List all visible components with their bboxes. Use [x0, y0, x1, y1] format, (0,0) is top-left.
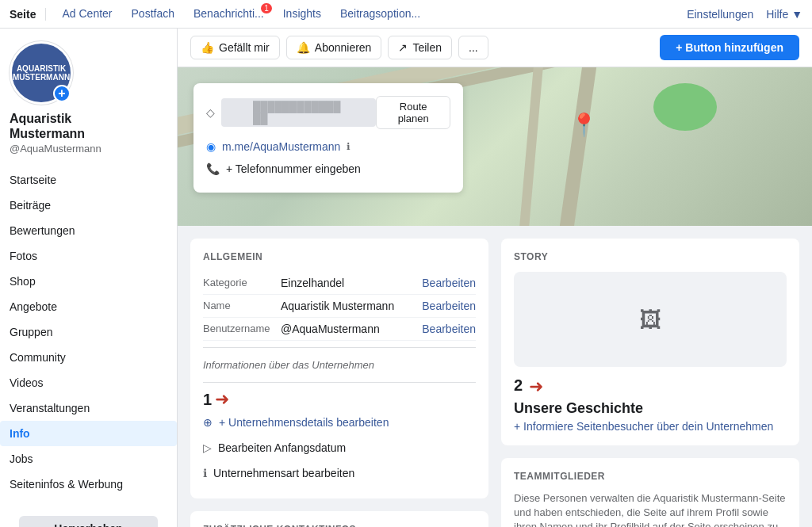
nav-insights[interactable]: Insights: [274, 0, 331, 29]
step2-badge: 2: [514, 376, 523, 395]
main-content: 👍 Gefällt mir 🔔 Abonnieren ↗ Teilen ... …: [178, 29, 812, 527]
add-photo-button[interactable]: +: [53, 85, 71, 102]
subscribe-icon: 🔔: [297, 41, 310, 54]
allgemein-title: ALLGEMEIN: [203, 251, 476, 262]
route-planen-button[interactable]: Route planen: [376, 96, 450, 129]
messenger-icon: ◉: [206, 140, 216, 153]
map-green-area: [653, 83, 717, 131]
sidebar-item-veranstaltungen[interactable]: Veranstaltungen: [0, 395, 177, 421]
seite-brand[interactable]: Seite: [10, 8, 46, 21]
nav-hilfe[interactable]: Hilfe ▼: [766, 8, 802, 21]
kategorie-value: Einzelhandel: [281, 277, 416, 289]
name-row: Name Aquaristik Mustermann Bearbeiten: [203, 295, 476, 318]
arrow1-icon: ➜: [215, 389, 229, 410]
hervorheben-button[interactable]: Hervorheben: [19, 516, 158, 527]
nav-einstellungen[interactable]: Einstellungen: [687, 8, 753, 21]
nav-ad-center[interactable]: Ad Center: [52, 0, 121, 29]
avatar: AQUARISTIK MUSTERMANN +: [10, 41, 73, 105]
allgemein-section: ALLGEMEIN Kategorie Einzelhandel Bearbei…: [190, 239, 488, 498]
story-section: STORY 🖼 2 ➜ Unsere Geschichte + Informie…: [501, 239, 799, 445]
sidebar-item-community[interactable]: Community: [0, 345, 177, 370]
sidebar-item-angebote[interactable]: Angebote: [0, 294, 177, 319]
name-edit[interactable]: Bearbeiten: [422, 300, 476, 312]
team-description: Diese Personen verwalten die Aquaristik …: [514, 491, 787, 527]
share-icon: ↗: [398, 41, 408, 54]
share-button[interactable]: ↗ Teilen: [388, 36, 452, 59]
unsere-geschichte-title: Unsere Geschichte: [514, 400, 787, 417]
location-icon: ◇: [206, 106, 215, 119]
unternehmensart-action[interactable]: ℹ Unternehmensart bearbeiten: [203, 460, 476, 486]
sidebar-item-shop[interactable]: Shop: [0, 269, 177, 294]
page-name: Aquaristik Mustermann: [10, 111, 167, 141]
sidebar: AQUARISTIK MUSTERMANN + Aquaristik Muste…: [0, 29, 178, 527]
kategorie-edit[interactable]: Bearbeiten: [422, 277, 476, 289]
step1-annotation: 1 ➜: [203, 389, 476, 410]
unternehmensdetails-label: + Unternehmensdetails bearbeiten: [219, 416, 389, 429]
sidebar-item-videos[interactable]: Videos: [0, 370, 177, 395]
step2-annotation: 2 ➜: [514, 376, 787, 397]
phone-link[interactable]: + Telefonnummer eingeben: [226, 162, 361, 175]
kategorie-row: Kategorie Einzelhandel Bearbeiten: [203, 272, 476, 295]
benutzername-value: @AquaMustermann: [281, 323, 416, 335]
info-circle-icon: ℹ: [203, 467, 207, 479]
map-road-vertical2: [506, 67, 557, 226]
benutzername-edit[interactable]: Bearbeiten: [422, 323, 476, 335]
main-layout: AQUARISTIK MUSTERMANN + Aquaristik Muste…: [0, 29, 812, 527]
sidebar-actions: Hervorheben Promotions verwalten: [0, 503, 177, 527]
top-navigation: Seite Ad Center Postfach Benachrichti...…: [0, 0, 812, 29]
sidebar-item-jobs[interactable]: Jobs: [0, 446, 177, 472]
anfangsdatum-action[interactable]: ▷ Bearbeiten Anfangsdatum: [203, 435, 476, 460]
avatar-text: AQUARISTIK MUSTERMANN: [12, 64, 71, 82]
map-pin: 📍: [570, 112, 598, 138]
name-value: Aquaristik Mustermann: [281, 300, 416, 312]
name-label: Name: [203, 300, 274, 311]
more-button[interactable]: ...: [458, 36, 488, 59]
page-username: @AquaMustermann: [10, 143, 167, 155]
phone-row: 📞 + Telefonnummer eingeben: [206, 158, 450, 180]
anfangsdatum-label: Bearbeiten Anfangsdatum: [218, 441, 346, 454]
section-divider2: [203, 382, 476, 383]
sidebar-item-gruppen[interactable]: Gruppen: [0, 319, 177, 345]
nav-postfach[interactable]: Postfach: [122, 0, 184, 29]
image-add-icon: 🖼: [639, 307, 661, 333]
unternehmensart-label: Unternehmensart bearbeiten: [213, 467, 354, 479]
map-road-vertical: [538, 67, 618, 226]
sidebar-item-bewertungen[interactable]: Bewertungen: [0, 218, 177, 243]
info-content-grid: ALLGEMEIN Kategorie Einzelhandel Bearbei…: [178, 226, 812, 527]
sidebar-item-fotos[interactable]: Fotos: [0, 243, 177, 269]
subscribe-button[interactable]: 🔔 Abonnieren: [286, 36, 382, 59]
like-icon: 👍: [201, 41, 214, 54]
calendar-icon: ▷: [203, 441, 212, 454]
benutzername-label: Benutzername: [203, 323, 274, 334]
sidebar-item-startseite[interactable]: Startseite: [0, 167, 177, 193]
kontakt-section: ZUSÄTZLICHE KONTAKTINFOS ✉ + E-Mail-Adre…: [190, 511, 488, 527]
left-column: ALLGEMEIN Kategorie Einzelhandel Bearbei…: [190, 239, 488, 527]
sidebar-profile: AQUARISTIK MUSTERMANN + Aquaristik Muste…: [0, 29, 177, 161]
address-redacted: ████████████ ██: [221, 98, 376, 127]
sidebar-item-info[interactable]: Info: [0, 421, 177, 446]
unternehmensdetails-action[interactable]: ⊕ + Unternehmensdetails bearbeiten: [203, 410, 476, 435]
kontakt-title: ZUSÄTZLICHE KONTAKTINFOS: [203, 524, 476, 527]
nav-benachrichtigungen[interactable]: Benachrichti... 1: [184, 0, 274, 29]
like-button[interactable]: 👍 Gefällt mir: [190, 36, 280, 59]
sidebar-navigation: Startseite Beiträge Bewertungen Fotos Sh…: [0, 161, 177, 503]
story-title: STORY: [514, 251, 787, 262]
benutzername-row: Benutzername @AquaMustermann Bearbeiten: [203, 318, 476, 341]
notification-badge: 1: [261, 3, 272, 13]
section-divider: [203, 347, 476, 348]
phone-icon: 📞: [206, 162, 220, 175]
messenger-link[interactable]: m.me/AquaMustermann: [222, 140, 340, 153]
sidebar-item-beitraege[interactable]: Beiträge: [0, 193, 177, 218]
informiere-link[interactable]: + Informiere Seitenbesucher über dein Un…: [514, 420, 787, 433]
nav-beitragsoption[interactable]: Beitragsoption...: [331, 0, 430, 29]
step1-badge: 1: [203, 391, 212, 409]
plus-circle-icon: ⊕: [203, 416, 213, 429]
map-overlay-card: ◇ ████████████ ██ Route planen ◉ m.me/Aq…: [193, 83, 463, 193]
right-column: STORY 🖼 2 ➜ Unsere Geschichte + Informie…: [501, 239, 799, 527]
info-icon: ℹ: [347, 141, 350, 152]
info-unternehmen-label: Informationen über das Unternehmen: [203, 354, 476, 376]
sidebar-item-seiteninfos[interactable]: Seiteninfos & Werbung: [0, 472, 177, 497]
top-nav-right: Einstellungen Hilfe ▼: [687, 8, 802, 21]
add-button-cta[interactable]: + Button hinzufügen: [660, 35, 799, 60]
messenger-link-row: ◉ m.me/AquaMustermann ℹ: [206, 136, 450, 158]
